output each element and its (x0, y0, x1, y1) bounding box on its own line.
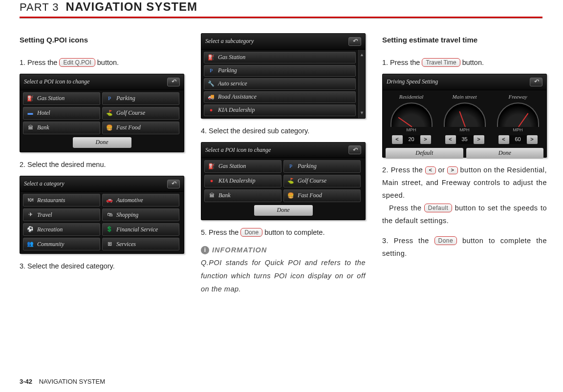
kia-icon: ● (208, 178, 216, 185)
gas-icon: ⛽ (207, 54, 215, 61)
cell-golf[interactable]: ⛳Golf Course (283, 175, 361, 187)
cell-hotel[interactable]: ▬Hotel (23, 107, 100, 120)
decrease-button[interactable]: < (392, 135, 403, 144)
kia-icon: ● (207, 107, 215, 114)
screenshot-driving-speed: Driving Speed Setting ↶ Residential MPH … (382, 74, 547, 158)
part-label: PART 3 (20, 1, 59, 14)
done-button-chip[interactable]: Done (434, 236, 457, 245)
cell-bank[interactable]: 🏛Bank (23, 122, 100, 134)
decrease-button[interactable]: < (445, 135, 456, 144)
info-icon: i (201, 246, 209, 254)
stepper-residential: < 20 > (392, 135, 431, 144)
cell-automotive[interactable]: 🚗Automotive (102, 194, 179, 206)
col1-heading: Setting Q.POI icons (20, 33, 184, 46)
done-button-chip[interactable]: Done (240, 228, 262, 237)
page-footer: 3-42 NAVIGATION SYSTEM (20, 378, 105, 385)
parking-icon: P (207, 67, 215, 74)
cell-gas-station[interactable]: ⛽Gas Station (23, 92, 100, 105)
services-icon: ⊞ (106, 241, 113, 248)
increase-button[interactable]: > (420, 135, 431, 144)
cell-parking[interactable]: PParking (102, 92, 179, 105)
cell-gas-station[interactable]: ⛽Gas Station (204, 160, 282, 173)
cell-parking[interactable]: PParking (283, 160, 361, 173)
increase-button[interactable]: > (527, 135, 538, 144)
done-button[interactable]: Done (254, 205, 313, 216)
increase-button[interactable]: > (474, 135, 484, 144)
back-icon[interactable]: ↶ (167, 180, 180, 188)
scroll-up-icon: ▲ (360, 51, 364, 59)
speed-value: 60 (510, 135, 526, 144)
back-icon[interactable]: ↶ (348, 145, 361, 154)
row-parking[interactable]: PParking (204, 65, 356, 77)
column-2: Select a subcategory ↶ ⛽Gas Station PPar… (201, 33, 366, 296)
part-title: NAVIGATION SYSTEM (66, 0, 197, 14)
col1-step2: 2. Select the desired menu. (20, 158, 184, 171)
cell-golf[interactable]: ⛳Golf Course (102, 107, 179, 120)
cell-travel[interactable]: ✈Travel (23, 208, 100, 221)
edit-qpoi-button[interactable]: Edit Q.POI (59, 58, 95, 67)
information-body: Q.POI stands for Quick POI and refers to… (201, 256, 366, 295)
back-icon[interactable]: ↶ (167, 78, 180, 86)
cell-fastfood[interactable]: 🍔Fast Food (102, 122, 179, 134)
col3-step2: 2. Press the < or > button on the Reside… (382, 164, 547, 227)
right-arrow-button[interactable]: > (447, 166, 458, 174)
decrease-button[interactable]: < (498, 135, 509, 144)
travel-icon: ✈ (26, 211, 34, 218)
done-button[interactable]: Done (466, 148, 544, 159)
bank-icon: 🏛 (26, 124, 34, 131)
fastfood-icon: 🍔 (106, 124, 113, 131)
stepper-mainstreet: < 35 > (445, 135, 484, 144)
ss-title: Select a category (24, 179, 65, 189)
default-button[interactable]: Default (386, 148, 463, 159)
screenshot-select-category: Select a category ↶ 🍽Restaurants 🚗Automo… (20, 176, 184, 254)
cell-shopping[interactable]: 🛍Shopping (102, 208, 179, 221)
row-kia-dealership[interactable]: ●KIA Dealership (204, 104, 356, 116)
scrollbar[interactable]: ▲▼ (358, 50, 365, 118)
hotel-icon: ▬ (26, 110, 34, 117)
gas-icon: ⛽ (208, 163, 216, 170)
back-icon[interactable]: ↶ (530, 78, 542, 86)
gauge-residential: Residential MPH (386, 92, 437, 134)
gauge-mainstreet: Main street MPH (439, 92, 490, 134)
information-heading: i INFORMATION (201, 244, 366, 256)
done-button[interactable]: Done (73, 137, 131, 148)
screenshot-subcategory: Select a subcategory ↶ ⛽Gas Station PPar… (201, 33, 366, 119)
row-auto-service[interactable]: 🔧Auto service (204, 78, 356, 90)
col3-step1: 1. Press the Travel Time button. (382, 56, 547, 69)
cell-kia-dealership[interactable]: ●KIA Dealership (204, 175, 282, 187)
row-gas-station[interactable]: ⛽Gas Station (204, 52, 356, 63)
default-button-chip[interactable]: Default (424, 204, 453, 212)
col1-step3: 3. Select the desired category. (20, 260, 184, 272)
cell-community[interactable]: 👥Community (23, 238, 100, 250)
cell-services[interactable]: ⊞Services (102, 238, 179, 250)
golf-icon: ⛳ (106, 110, 113, 117)
col3-step3: 3. Press the Done button to complete the… (382, 234, 547, 260)
column-3: Setting estimate travel time 1. Press th… (382, 33, 547, 296)
back-icon[interactable]: ↶ (348, 37, 361, 46)
stepper-freeway: < 60 > (498, 135, 538, 144)
speed-value: 35 (456, 135, 473, 144)
shopping-icon: 🛍 (106, 211, 113, 218)
gauge-freeway: Freeway MPH (493, 92, 543, 134)
ss-title: Select a POI icon to change (205, 145, 271, 156)
scroll-down-icon: ▼ (360, 109, 364, 117)
cell-recreation[interactable]: ⚽Recreation (23, 223, 100, 236)
restaurant-icon: 🍽 (26, 197, 34, 204)
roadassist-icon: 🚚 (207, 94, 215, 101)
cell-fastfood[interactable]: 🍔Fast Food (283, 189, 361, 202)
cell-restaurants[interactable]: 🍽Restaurants (23, 194, 100, 206)
left-arrow-button[interactable]: < (425, 166, 436, 174)
speed-value: 20 (403, 135, 420, 144)
ss-title: Select a subcategory (205, 36, 254, 47)
travel-time-button[interactable]: Travel Time (422, 58, 460, 67)
footer-label: NAVIGATION SYSTEM (39, 378, 105, 385)
row-road-assistance[interactable]: 🚚Road Assistance (204, 91, 356, 103)
autoservice-icon: 🔧 (207, 81, 215, 87)
automotive-icon: 🚗 (106, 197, 113, 204)
cell-financial[interactable]: 💲Financial Service (102, 223, 179, 236)
column-1: Setting Q.POI icons 1. Press the Edit Q.… (20, 33, 184, 296)
col1-step1: 1. Press the Edit Q.POI button. (20, 56, 184, 69)
col3-heading: Setting estimate travel time (382, 33, 547, 46)
cell-bank[interactable]: 🏛Bank (204, 189, 282, 202)
columns: Setting Q.POI icons 1. Press the Edit Q.… (0, 19, 563, 296)
